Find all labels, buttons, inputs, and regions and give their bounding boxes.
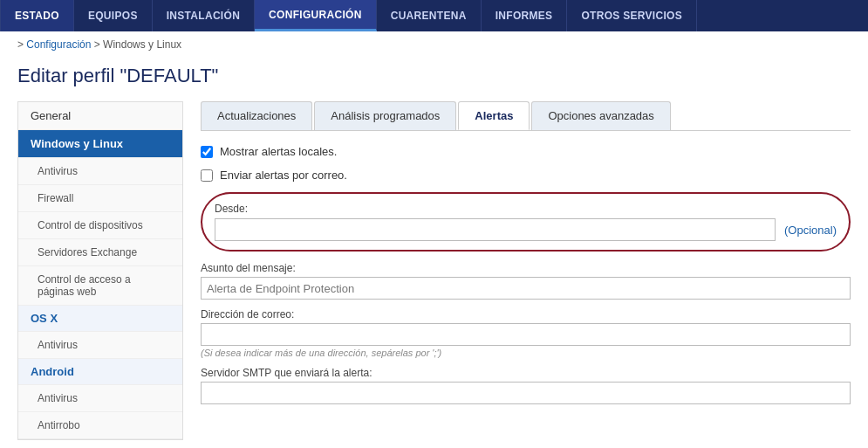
tab-analisis-programados[interactable]: Análisis programados <box>314 101 456 130</box>
desde-row: (Opcional) <box>215 218 837 241</box>
direccion-input[interactable] <box>201 323 851 346</box>
nav-cuarentena[interactable]: CUARENTENA <box>377 0 482 31</box>
sidebar-item-antirrobo[interactable]: Antirrobo <box>18 412 182 439</box>
desde-input[interactable] <box>215 218 776 241</box>
desde-highlight: Desde: (Opcional) <box>201 192 851 252</box>
breadcrumb-separator: > <box>94 38 103 51</box>
opcional-text: (Opcional) <box>784 224 837 237</box>
sidebar-item-general[interactable]: General <box>18 102 182 130</box>
sidebar: General Windows y Linux Antivirus Firewa… <box>17 101 183 440</box>
tab-bar: Actualizaciones Análisis programados Ale… <box>201 101 851 131</box>
sidebar-item-antivirus-osx[interactable]: Antivirus <box>18 332 182 359</box>
right-panel: Actualizaciones Análisis programados Ale… <box>183 101 851 440</box>
sidebar-item-windows-linux[interactable]: Windows y Linux <box>18 130 182 158</box>
check-enviar[interactable] <box>201 169 213 182</box>
alerts-form: Mostrar alertas locales. Enviar alertas … <box>201 145 851 404</box>
tab-alertas[interactable]: Alertas <box>458 101 530 130</box>
breadcrumb-current: Windows y Linux <box>103 38 181 51</box>
main-content: General Windows y Linux Antivirus Firewa… <box>0 101 868 440</box>
direccion-label: Dirección de correo: <box>201 308 851 320</box>
tab-opciones-avanzadas[interactable]: Opciones avanzadas <box>531 101 670 130</box>
smtp-input[interactable] <box>201 382 851 404</box>
nav-configuracion[interactable]: CONFIGURACIÓN <box>255 0 377 31</box>
check-enviar-label: Enviar alertas por correo. <box>220 169 347 182</box>
breadcrumb-configuracion[interactable]: Configuración <box>26 38 91 51</box>
nav-informes[interactable]: INFORMES <box>482 0 568 31</box>
direccion-group: Dirección de correo: (Si desea indicar m… <box>201 308 851 358</box>
asunto-label: Asunto del mensaje: <box>201 262 851 274</box>
sidebar-item-control-dispositivos[interactable]: Control de dispositivos <box>18 212 182 239</box>
check-mostrar-label: Mostrar alertas locales. <box>220 145 337 158</box>
nav-equipos[interactable]: EQUIPOS <box>74 0 153 31</box>
nav-estado[interactable]: ESTADO <box>0 0 74 31</box>
breadcrumb: > Configuración > Windows y Linux <box>0 31 868 58</box>
page-title: Editar perfil "DEFAULT" <box>0 58 868 101</box>
sidebar-item-antivirus-win[interactable]: Antivirus <box>18 158 182 185</box>
asunto-input[interactable] <box>201 277 851 300</box>
nav-otros[interactable]: OTROS SERVICIOS <box>567 0 697 31</box>
sidebar-item-firewall[interactable]: Firewall <box>18 185 182 212</box>
sidebar-item-osx[interactable]: OS X <box>18 306 182 332</box>
sidebar-item-antivirus-android[interactable]: Antivirus <box>18 385 182 412</box>
nav-instalacion[interactable]: INSTALACIÓN <box>153 0 255 31</box>
smtp-label: Servidor SMTP que enviará la alerta: <box>201 367 851 379</box>
check-mostrar[interactable] <box>201 146 213 158</box>
asunto-group: Asunto del mensaje: <box>201 262 851 300</box>
desde-label: Desde: <box>215 203 837 215</box>
sidebar-item-android[interactable]: Android <box>18 359 182 385</box>
top-navigation: ESTADO EQUIPOS INSTALACIÓN CONFIGURACIÓN… <box>0 0 868 31</box>
smtp-group: Servidor SMTP que enviará la alerta: <box>201 367 851 404</box>
check-enviar-row: Enviar alertas por correo. <box>201 169 851 182</box>
sidebar-item-control-acceso[interactable]: Control de acceso a páginas web <box>18 266 182 306</box>
sidebar-item-servidores-exchange[interactable]: Servidores Exchange <box>18 239 182 266</box>
direccion-hint: (Si desea indicar más de una dirección, … <box>201 348 851 358</box>
tab-actualizaciones[interactable]: Actualizaciones <box>201 101 312 130</box>
check-mostrar-row: Mostrar alertas locales. <box>201 145 851 158</box>
